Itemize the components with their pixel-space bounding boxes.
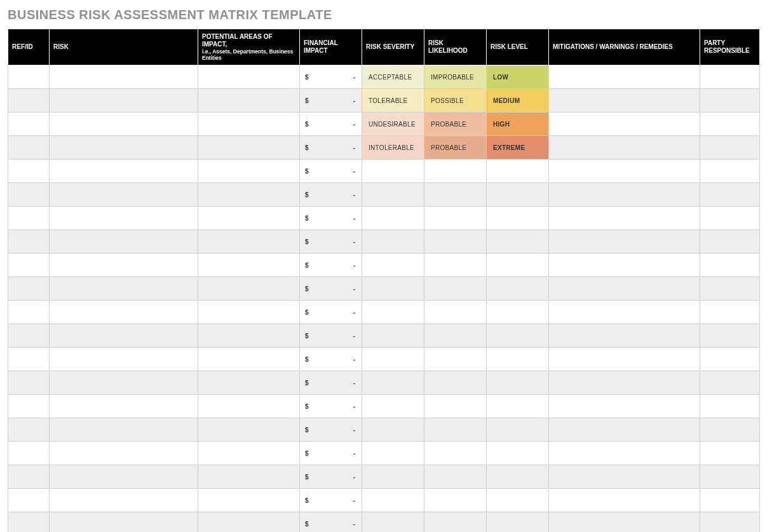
cell-impact[interactable] xyxy=(198,301,300,324)
cell-mitigations[interactable] xyxy=(549,207,700,230)
cell-level[interactable] xyxy=(487,301,549,324)
cell-risk[interactable] xyxy=(50,465,198,489)
cell-ref[interactable] xyxy=(8,136,50,160)
cell-ref[interactable] xyxy=(8,183,50,207)
cell-ref[interactable] xyxy=(8,371,50,395)
cell-financial[interactable]: $- xyxy=(300,512,362,532)
cell-mitigations[interactable] xyxy=(549,301,700,324)
cell-financial[interactable]: $- xyxy=(300,113,362,136)
cell-severity[interactable] xyxy=(362,183,424,207)
cell-severity[interactable] xyxy=(362,277,424,301)
cell-likelihood[interactable] xyxy=(424,277,487,301)
cell-mitigations[interactable] xyxy=(549,160,700,183)
cell-impact[interactable] xyxy=(198,512,300,532)
cell-party[interactable] xyxy=(700,277,760,301)
cell-impact[interactable] xyxy=(198,489,300,512)
cell-level[interactable]: LOW xyxy=(487,65,549,89)
cell-level[interactable] xyxy=(487,277,549,301)
cell-party[interactable] xyxy=(700,254,760,277)
cell-ref[interactable] xyxy=(8,324,50,348)
cell-ref[interactable] xyxy=(8,395,50,418)
cell-financial[interactable]: $- xyxy=(300,395,362,418)
cell-severity[interactable] xyxy=(362,324,424,348)
cell-severity[interactable] xyxy=(362,301,424,324)
cell-impact[interactable] xyxy=(198,418,300,442)
cell-mitigations[interactable] xyxy=(549,277,700,301)
cell-likelihood[interactable] xyxy=(424,371,487,395)
cell-likelihood[interactable] xyxy=(424,183,487,207)
cell-mitigations[interactable] xyxy=(549,113,700,136)
cell-risk[interactable] xyxy=(50,512,198,532)
cell-severity[interactable] xyxy=(362,489,424,512)
cell-likelihood[interactable] xyxy=(424,489,487,512)
cell-risk[interactable] xyxy=(50,230,198,254)
cell-mitigations[interactable] xyxy=(549,489,700,512)
cell-level[interactable] xyxy=(487,465,549,489)
cell-financial[interactable]: $- xyxy=(300,418,362,442)
cell-likelihood[interactable] xyxy=(424,442,487,465)
cell-mitigations[interactable] xyxy=(549,465,700,489)
cell-impact[interactable] xyxy=(198,89,300,113)
cell-impact[interactable] xyxy=(198,207,300,230)
cell-ref[interactable] xyxy=(8,301,50,324)
cell-likelihood[interactable] xyxy=(424,465,487,489)
cell-mitigations[interactable] xyxy=(549,136,700,160)
cell-impact[interactable] xyxy=(198,183,300,207)
cell-party[interactable] xyxy=(700,465,760,489)
cell-risk[interactable] xyxy=(50,324,198,348)
cell-level[interactable] xyxy=(487,348,549,371)
cell-severity[interactable] xyxy=(362,207,424,230)
cell-financial[interactable]: $- xyxy=(300,371,362,395)
cell-level[interactable] xyxy=(487,254,549,277)
cell-ref[interactable] xyxy=(8,89,50,113)
cell-level[interactable] xyxy=(487,489,549,512)
cell-risk[interactable] xyxy=(50,442,198,465)
cell-party[interactable] xyxy=(700,348,760,371)
cell-level[interactable]: EXTREME xyxy=(487,136,549,160)
cell-mitigations[interactable] xyxy=(549,324,700,348)
cell-ref[interactable] xyxy=(8,418,50,442)
cell-level[interactable] xyxy=(487,324,549,348)
cell-likelihood[interactable] xyxy=(424,348,487,371)
cell-party[interactable] xyxy=(700,371,760,395)
cell-risk[interactable] xyxy=(50,395,198,418)
cell-impact[interactable] xyxy=(198,348,300,371)
cell-severity[interactable] xyxy=(362,395,424,418)
cell-mitigations[interactable] xyxy=(549,89,700,113)
cell-likelihood[interactable] xyxy=(424,395,487,418)
cell-ref[interactable] xyxy=(8,254,50,277)
cell-impact[interactable] xyxy=(198,395,300,418)
cell-ref[interactable] xyxy=(8,277,50,301)
cell-risk[interactable] xyxy=(50,136,198,160)
cell-ref[interactable] xyxy=(8,512,50,532)
cell-mitigations[interactable] xyxy=(549,348,700,371)
cell-party[interactable] xyxy=(700,442,760,465)
cell-party[interactable] xyxy=(700,489,760,512)
cell-level[interactable] xyxy=(487,207,549,230)
cell-party[interactable] xyxy=(700,207,760,230)
cell-party[interactable] xyxy=(700,418,760,442)
cell-level[interactable]: HIGH xyxy=(487,113,549,136)
cell-financial[interactable]: $- xyxy=(300,207,362,230)
cell-impact[interactable] xyxy=(198,254,300,277)
cell-ref[interactable] xyxy=(8,465,50,489)
cell-severity[interactable] xyxy=(362,230,424,254)
cell-party[interactable] xyxy=(700,65,760,89)
cell-party[interactable] xyxy=(700,160,760,183)
cell-financial[interactable]: $- xyxy=(300,254,362,277)
cell-impact[interactable] xyxy=(198,277,300,301)
cell-severity[interactable] xyxy=(362,418,424,442)
cell-likelihood[interactable] xyxy=(424,207,487,230)
cell-ref[interactable] xyxy=(8,160,50,183)
cell-party[interactable] xyxy=(700,89,760,113)
cell-severity[interactable] xyxy=(362,512,424,532)
cell-impact[interactable] xyxy=(198,113,300,136)
cell-financial[interactable]: $- xyxy=(300,277,362,301)
cell-likelihood[interactable]: PROBABLE xyxy=(424,136,487,160)
cell-party[interactable] xyxy=(700,512,760,532)
cell-risk[interactable] xyxy=(50,65,198,89)
cell-risk[interactable] xyxy=(50,301,198,324)
cell-risk[interactable] xyxy=(50,113,198,136)
cell-ref[interactable] xyxy=(8,65,50,89)
cell-level[interactable] xyxy=(487,418,549,442)
